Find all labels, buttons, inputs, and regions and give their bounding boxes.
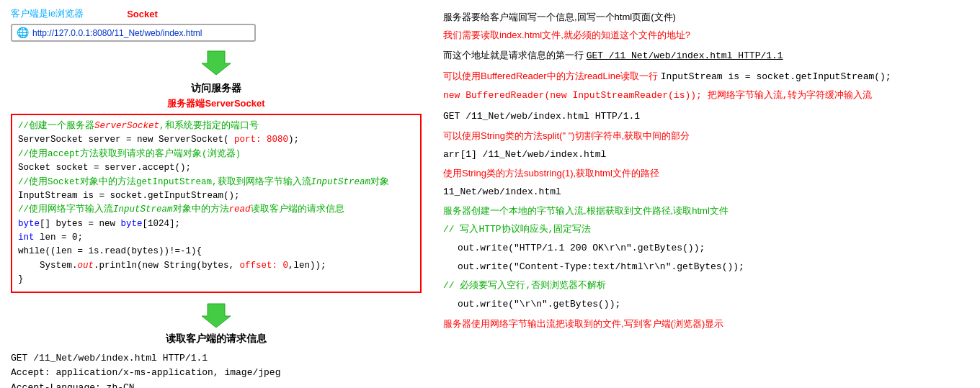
svg-marker-0 [202, 51, 231, 75]
code-line-1: //创建一个服务器ServerSocket,和系统要指定的端口号 [18, 119, 414, 133]
code-line-9: int len = 0; [18, 231, 414, 245]
code-line-2: ServerSocket server = new ServerSocket( … [18, 133, 414, 147]
address-bar: 🌐 http://127.0.0.1:8080/11_Net/web/index… [11, 24, 256, 42]
code-line-6: InputStream is = socket.getInputStream()… [18, 189, 414, 203]
request-line-3: Accept-Language: zh-CN [11, 381, 422, 388]
down-arrow-icon [202, 48, 231, 76]
visit-arrow [11, 48, 422, 76]
code-line-3: //使用accept方法获取到请求的客户端对象(浏览器) [18, 148, 414, 161]
read-label: 读取客户端的请求信息 [11, 333, 422, 346]
request-line-2: Accept: application/x-ms-application, im… [11, 366, 422, 381]
right-line-7: 可以使用String类的方法split(" ")切割字符串,获取中间的部分 [443, 128, 969, 144]
right-text-content: 服务器要给客户端回写一个信息,回写一个html页面(文件) 我们需要读取inde… [443, 9, 969, 332]
code-line-12: } [18, 273, 414, 287]
right-line-11: 服务器创建一个本地的字节输入流,根据获取到文件路径,读取html文件 [443, 203, 969, 219]
browser-label: 客户端是ie浏览器 [11, 7, 84, 20]
code-box: //创建一个服务器ServerSocket,和系统要指定的端口号 ServerS… [11, 114, 422, 293]
right-line-3: 而这个地址就是请求信息的第一行 GET /11_Net/web/index.ht… [443, 48, 969, 64]
right-line-17: 服务器使用网络字节输出流把读取到的文件,写到客户端(浏览器)显示 [443, 316, 969, 332]
visit-label: 访问服务器 [11, 82, 422, 95]
right-line-6: GET /11_Net/web/index.html HTTP/1.1 [443, 108, 969, 125]
code-line-4: Socket socket = server.accept(); [18, 161, 414, 175]
down-arrow-2-icon [202, 300, 231, 329]
code-line-8: byte[] bytes = new byte[1024]; [18, 217, 414, 231]
code-line-7: //使用网络字节输入流InputStream对象中的方法read读取客户端的请求… [18, 203, 414, 217]
right-line-16: out.write("\r\n".getBytes()); [458, 296, 969, 312]
header-row: 客户端是ie浏览器 Socket [11, 7, 422, 20]
right-line-10: 11_Net/web/index.html [443, 184, 969, 200]
right-line-9: 使用String类的方法substring(1),获取html文件的路径 [443, 166, 969, 181]
server-socket-label: 服务器端ServerSocket [11, 97, 422, 110]
right-line-2: 我们需要读取index.html文件,就必须的知道这个文件的地址? [443, 27, 969, 43]
socket-label: Socket [127, 9, 158, 19]
code-line-11: System.out.println(new String(bytes, off… [18, 259, 414, 273]
svg-marker-1 [202, 304, 231, 328]
browser-icon: 🌐 [17, 27, 29, 39]
request-info: GET /11_Net/web/index.html HTTP/1.1 Acce… [11, 351, 422, 389]
right-line-1: 服务器要给客户端回写一个信息,回写一个html页面(文件) [443, 9, 969, 25]
code-line-5: //使用Socket对象中的方法getInputStream,获取到网络字节输入… [18, 176, 414, 189]
address-text: http://127.0.0.1:8080/11_Net/web/index.h… [32, 28, 202, 38]
right-line-14: out.write("Content-Type:text/html\r\n".g… [458, 258, 969, 275]
right-line-8: arr[1] /11_Net/web/index.html [443, 146, 969, 163]
right-line-15: // 必须要写入空行,否则浏览器不解析 [443, 277, 969, 294]
right-panel: 服务器要给客户端回写一个信息,回写一个html页面(文件) 我们需要读取inde… [432, 0, 980, 388]
left-panel: 客户端是ie浏览器 Socket 🌐 http://127.0.0.1:8080… [0, 0, 432, 388]
right-line-4: 可以使用BufferedReader中的方法readLine读取一行 Input… [443, 68, 969, 85]
request-line-1: GET /11_Net/web/index.html HTTP/1.1 [11, 351, 422, 366]
right-line-5: new BufferedReader(new InputStreamReader… [443, 87, 969, 104]
read-arrow [11, 300, 422, 329]
code-line-10: while((len = is.read(bytes))!=-1){ [18, 245, 414, 258]
right-line-12: // 写入HTTP协议响应头,固定写法 [443, 221, 969, 238]
right-line-13: out.write("HTTP/1.1 200 OK\r\n".getBytes… [458, 240, 969, 256]
